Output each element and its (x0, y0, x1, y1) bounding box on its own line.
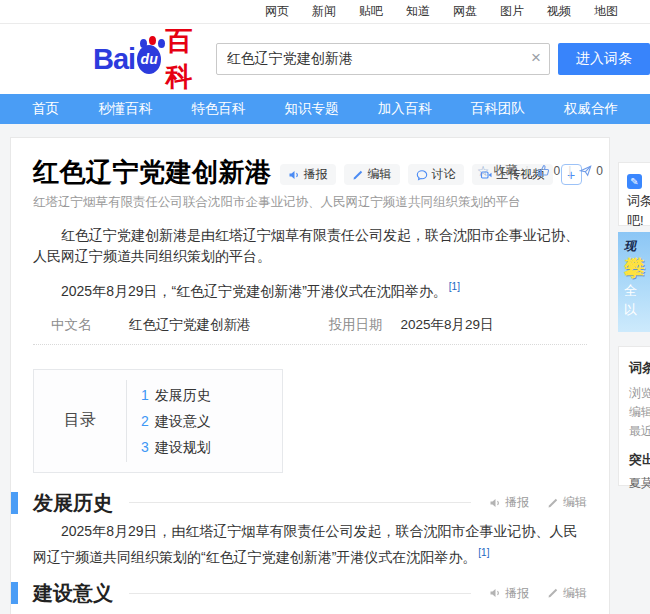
infobox-label: 中文名 (51, 316, 129, 334)
speaker-icon (489, 587, 501, 599)
like-button[interactable]: 0 (537, 164, 561, 178)
enter-entry-button[interactable]: 进入词条 (558, 43, 650, 75)
stats-title: 词条统计 (629, 359, 650, 377)
banner-tag-text: 现 (624, 238, 650, 255)
top-link-news[interactable]: 新闻 (312, 3, 336, 20)
section-edit-button[interactable]: 编辑 (547, 494, 587, 511)
table-of-contents: 目录 1发展历史 2建设意义 3建设规划 (33, 369, 283, 473)
logo-baike-text: 百科 (165, 23, 206, 95)
section-header: 发展历史 播报 编辑 (11, 491, 587, 515)
broadcast-button[interactable]: 播报 (280, 164, 336, 185)
lead-paragraph-1: 红色辽宁党建创新港是由红塔辽宁烟草有限责任公司发起，联合沈阳市企事业记协、人民网… (33, 225, 587, 267)
pencil-icon (547, 587, 559, 599)
top-link-video[interactable]: 视频 (547, 3, 571, 20)
collect-button[interactable]: ☆ 收藏 (477, 162, 518, 179)
contributors-title: 突出贡献榜 (629, 451, 650, 469)
top-link-bar: 网页 新闻 贴吧 知道 网盘 图片 视频 地图 (0, 0, 650, 24)
discuss-button[interactable]: 讨论 (408, 164, 464, 185)
toc-title: 目录 (34, 410, 126, 431)
infobox: 中文名 红色辽宁党建创新港 投用日期 2025年8月29日 (33, 314, 587, 345)
stats-updated: 最近更新： (629, 422, 650, 441)
search-box: × (216, 43, 550, 75)
banner-line-2: 以 (624, 300, 650, 319)
section-development-history: 发展历史 播报 编辑 2025年8月29日，由红塔辽宁烟草有限责任公司发起，联合 (33, 491, 587, 568)
top-link-netdisk[interactable]: 网盘 (453, 3, 477, 20)
content-area: ☆ 收藏 | 0 | 0 红色辽宁党建创新港 播报 (0, 124, 650, 614)
star-icon: ☆ (477, 164, 490, 178)
header: Bai du 百科 × 进入词条 (0, 24, 650, 94)
speaker-icon (489, 497, 501, 509)
share-button[interactable]: 0 (579, 164, 603, 178)
infobox-item-date: 投用日期 2025年8月29日 (329, 316, 494, 334)
banner-headline: 攀 (624, 255, 650, 281)
top-link-zhidao[interactable]: 知道 (406, 3, 430, 20)
page-title: 红色辽宁党建创新港 (33, 156, 272, 188)
chat-bubble-icon (416, 169, 428, 181)
sidebar-entry-stats: 词条统计 浏览次数： 编辑次数： 最近更新： 突出贡献榜 夏莫 (618, 346, 650, 486)
entry-card: ☆ 收藏 | 0 | 0 红色辽宁党建创新港 播报 (10, 137, 610, 614)
baike-page: 网页 新闻 贴吧 知道 网盘 图片 视频 地图 Bai du 百科 × 进入词条… (0, 0, 650, 614)
infobox-item-name: 中文名 红色辽宁党建创新港 (51, 316, 251, 334)
infobox-value: 2025年8月29日 (401, 316, 494, 334)
nav-zhishi[interactable]: 知识专题 (284, 100, 338, 118)
nav-tese[interactable]: 特色百科 (191, 100, 245, 118)
section-broadcast-button[interactable]: 播报 (489, 585, 529, 602)
contributor-link[interactable]: 夏莫 (629, 475, 650, 492)
category-nav: 首页 秒懂百科 特色百科 知识专题 加入百科 百科团队 权威合作 (0, 94, 650, 124)
section-marker (11, 492, 18, 514)
section-divider (129, 502, 471, 503)
nav-miaodong[interactable]: 秒懂百科 (98, 100, 152, 118)
pencil-icon (352, 169, 364, 181)
top-link-tieba[interactable]: 贴吧 (359, 3, 383, 20)
toc-list: 1发展历史 2建设意义 3建设规划 (126, 380, 282, 462)
search-input[interactable] (216, 43, 550, 75)
top-link-maps[interactable]: 地图 (594, 3, 618, 20)
banner-line-1: 全 (624, 281, 650, 300)
section-divider (129, 593, 471, 594)
section-broadcast-button[interactable]: 播报 (489, 494, 529, 511)
infobox-label: 投用日期 (329, 316, 401, 334)
edit-prompt-text-2: 吧! (627, 211, 650, 231)
section-title: 建设意义 (33, 581, 113, 605)
sidebar-edit-prompt[interactable]: ✎ 词条 吧! (618, 162, 650, 226)
section-header: 建设意义 播报 编辑 (11, 581, 587, 605)
thumbs-up-icon (537, 164, 550, 177)
divider: | (525, 164, 528, 178)
top-link-images[interactable]: 图片 (500, 3, 524, 20)
edit-pencil-icon: ✎ (627, 174, 642, 189)
speaker-icon (288, 169, 300, 181)
section-paragraph: 2025年8月29日，由红塔辽宁烟草有限责任公司发起，联合沈阳市企事业记协、人民… (33, 521, 587, 568)
section-edit-button[interactable]: 编辑 (547, 585, 587, 602)
top-link-web[interactable]: 网页 (265, 3, 289, 20)
infobox-value: 红色辽宁党建创新港 (129, 316, 251, 334)
toc-item-3[interactable]: 3建设规划 (141, 434, 282, 460)
lead-paragraphs: 红色辽宁党建创新港是由红塔辽宁烟草有限责任公司发起，联合沈阳市企事业记协、人民网… (33, 225, 587, 302)
section-title: 发展历史 (33, 491, 113, 515)
stats-views: 浏览次数： (629, 384, 650, 403)
lead-paragraph-2: 2025年8月29日，“红色辽宁党建创新港”开港仪式在沈阳举办。[1] (33, 276, 587, 302)
divider: | (568, 164, 571, 178)
edit-button[interactable]: 编辑 (344, 164, 400, 185)
share-icon (579, 164, 592, 177)
section-marker (11, 582, 18, 604)
toc-item-1[interactable]: 1发展历史 (141, 382, 282, 408)
nav-team[interactable]: 百科团队 (471, 100, 525, 118)
edit-prompt-text-1: 词条 (627, 191, 650, 211)
baidu-paw-icon: du (137, 45, 161, 74)
toc-item-2[interactable]: 2建设意义 (141, 408, 282, 434)
sidebar-ad-banner[interactable]: 现 攀 全 以 (618, 232, 650, 332)
pencil-icon (547, 497, 559, 509)
nav-partner[interactable]: 权威合作 (564, 100, 618, 118)
clear-search-icon[interactable]: × (531, 48, 541, 68)
section-construction-significance: 建设意义 播报 编辑 “红色辽宁党建创新港”的创建是响应时代召唤、共同探索解决党 (33, 581, 587, 614)
reference-link[interactable]: [1] (449, 281, 460, 292)
nav-join[interactable]: 加入百科 (378, 100, 432, 118)
entry-subtitle: 红塔辽宁烟草有限责任公司联合沈阳市企事业记协、人民网辽宁频道共同组织策划的平台 (33, 194, 587, 211)
logo-bai-text: Bai (93, 43, 135, 76)
baidu-baike-logo[interactable]: Bai du 百科 (93, 23, 206, 95)
reference-link[interactable]: [1] (478, 547, 489, 558)
social-row: ☆ 收藏 | 0 | 0 (477, 162, 603, 179)
nav-home[interactable]: 首页 (32, 100, 59, 118)
stats-edits: 编辑次数： (629, 403, 650, 422)
